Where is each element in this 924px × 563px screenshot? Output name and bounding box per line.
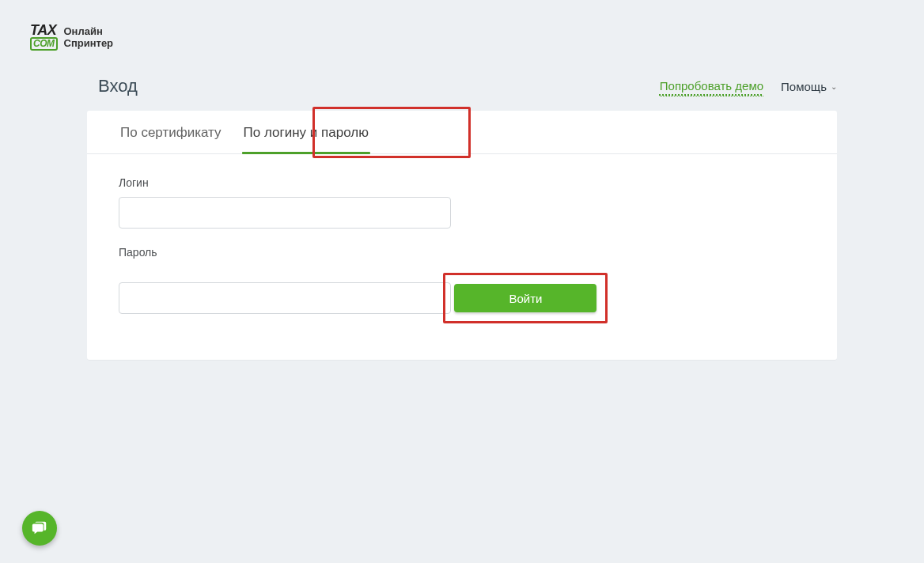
logo-line2: Спринтер bbox=[64, 37, 114, 49]
auth-tabs: По сертификату По логину и паролю bbox=[87, 111, 837, 154]
page-header: Вход Попробовать демо Помощь ⌄ bbox=[87, 76, 837, 96]
login-label: Логин bbox=[119, 176, 805, 189]
help-dropdown[interactable]: Помощь ⌄ bbox=[781, 80, 837, 93]
brand-logo: TAX COM Онлайн Спринтер bbox=[30, 24, 113, 51]
password-label: Пароль bbox=[119, 246, 805, 259]
tab-certificate[interactable]: По сертификату bbox=[109, 111, 233, 153]
help-label: Помощь bbox=[781, 80, 827, 93]
chat-icon bbox=[31, 520, 48, 537]
login-button[interactable]: Войти bbox=[454, 284, 596, 312]
login-card: По сертификату По логину и паролю Логин … bbox=[87, 111, 837, 360]
logo-tax: TAX bbox=[30, 24, 58, 37]
logo-com: COM bbox=[30, 37, 58, 51]
page-title: Вход bbox=[98, 76, 660, 96]
chat-fab-button[interactable] bbox=[22, 511, 57, 546]
login-input[interactable] bbox=[119, 197, 451, 229]
logo-line1: Онлайн bbox=[64, 25, 114, 37]
try-demo-link[interactable]: Попробовать демо bbox=[660, 79, 763, 94]
tab-login-password[interactable]: По логину и паролю bbox=[233, 111, 380, 153]
login-button-wrap: Войти bbox=[454, 284, 596, 312]
logo-mark: TAX COM bbox=[30, 24, 58, 51]
chevron-down-icon: ⌄ bbox=[831, 82, 837, 91]
logo-product-name: Онлайн Спринтер bbox=[64, 25, 114, 49]
login-form: Логин Пароль Войти bbox=[87, 154, 837, 360]
password-input[interactable] bbox=[119, 282, 451, 314]
